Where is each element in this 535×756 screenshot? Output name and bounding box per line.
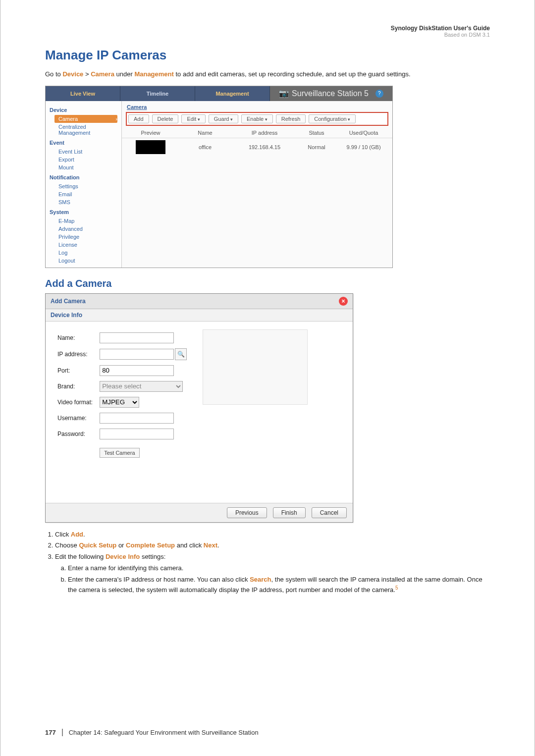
intro-paragraph: Go to Device > Camera under Management t… (45, 69, 490, 79)
add-camera-dialog: Add Camera × Device Info Name: IP addres… (45, 293, 353, 523)
enable-button[interactable]: Enable (241, 114, 273, 123)
label-username: Username: (54, 411, 96, 426)
sidebar-item-privilege[interactable]: Privilege (50, 233, 117, 241)
add-button[interactable]: Add (128, 114, 149, 123)
dsm-version: Based on DSM 3.1 (45, 32, 490, 38)
ss-toolbar: Add Delete Edit Guard Enable Refresh Con… (126, 112, 388, 126)
col-ip: IP address (235, 130, 294, 136)
col-name: Name (175, 130, 235, 136)
page-number: 177 (45, 729, 63, 736)
substeps-list: Enter a name for identifying this camera… (55, 563, 490, 595)
ss-app-title: 📷 Surveillance Station 5 ? (270, 86, 392, 101)
kw-camera: Camera (91, 70, 114, 78)
cell-used: 9.99 / 10 (GB) (339, 144, 388, 150)
camera-preview-panel (203, 329, 308, 405)
brand-select[interactable]: Please select (100, 381, 183, 392)
tab-management[interactable]: Management (195, 86, 270, 101)
edit-button[interactable]: Edit (181, 114, 205, 123)
sidebar-item-sms[interactable]: SMS (50, 198, 117, 206)
label-video-format: Video format: (54, 395, 96, 410)
step-2: Choose Quick Setup or Complete Setup and… (55, 540, 490, 550)
document-page: Synology DiskStation User's Guide Based … (0, 0, 535, 756)
video-format-select[interactable]: MJPEG (100, 397, 139, 408)
sidebar-item-event-list[interactable]: Event List (50, 148, 117, 156)
device-info-form: Name: IP address: 🔍 Port: (54, 329, 191, 488)
label-password: Password: (54, 427, 96, 441)
camera-preview-thumb (136, 140, 165, 154)
cell-name: office (175, 144, 235, 150)
cat-notification: Notification (50, 174, 117, 180)
sidebar-item-emap[interactable]: E-Map (50, 217, 117, 225)
tab-live-view[interactable]: Live View (46, 86, 120, 101)
guard-button[interactable]: Guard (209, 114, 238, 123)
cancel-button[interactable]: Cancel (312, 507, 347, 518)
dialog-subtitle: Device Info (46, 309, 353, 322)
doc-header: Synology DiskStation User's Guide Based … (45, 25, 490, 38)
label-brand: Brand: (54, 379, 96, 394)
cell-ip: 192.168.4.15 (235, 144, 294, 150)
finish-button[interactable]: Finish (273, 507, 306, 518)
col-used: Used/Quota (339, 130, 388, 136)
kw-device: Device (62, 70, 83, 78)
label-name: Name: (54, 330, 96, 345)
help-icon[interactable]: ? (375, 90, 383, 98)
label-port: Port: (54, 363, 96, 378)
section-add-camera: Add a Camera (45, 278, 490, 289)
ss-main-title: Camera (122, 101, 392, 110)
ss-main: Camera Add Delete Edit Guard Enable Refr… (122, 101, 392, 268)
cat-device: Device (50, 107, 117, 113)
sidebar-item-centralized[interactable]: Centralized Management (50, 123, 117, 137)
name-input[interactable] (100, 332, 174, 343)
substep-b: Enter the camera's IP address or host na… (68, 575, 490, 595)
sidebar-item-log[interactable]: Log (50, 249, 117, 257)
col-preview: Preview (126, 130, 175, 136)
refresh-button[interactable]: Refresh (276, 114, 306, 123)
username-input[interactable] (100, 413, 174, 424)
camera-table-header: Preview Name IP address Status Used/Quot… (122, 128, 392, 138)
cell-status: Normal (294, 144, 339, 150)
col-status: Status (294, 130, 339, 136)
test-camera-button[interactable]: Test Camera (100, 448, 139, 458)
footnote-ref: 5 (395, 585, 398, 591)
camera-table-row[interactable]: office 192.168.4.15 Normal 9.99 / 10 (GB… (122, 138, 392, 156)
dialog-title: Add Camera (51, 298, 86, 305)
label-ip: IP address: (54, 346, 96, 362)
previous-button[interactable]: Previous (227, 507, 267, 518)
page-title: Manage IP Cameras (45, 48, 490, 63)
sidebar-item-camera[interactable]: Camera (54, 115, 117, 123)
guide-title: Synology DiskStation User's Guide (45, 25, 490, 32)
delete-button[interactable]: Delete (152, 114, 179, 123)
dialog-footer: Previous Finish Cancel (46, 503, 353, 522)
ss-header: Live View Timeline Management 📷 Surveill… (46, 86, 392, 101)
chapter-label: Chapter 14: Safeguard Your Environment w… (69, 729, 259, 736)
password-input[interactable] (100, 429, 174, 439)
configuration-button[interactable]: Configuration (309, 114, 356, 123)
substep-a: Enter a name for identifying this camera… (68, 563, 490, 573)
tab-timeline[interactable]: Timeline (120, 86, 195, 101)
sidebar-item-license[interactable]: License (50, 241, 117, 249)
steps-list: Click Add. Choose Quick Setup or Complet… (45, 530, 490, 595)
ss-sidebar: Device Camera Centralized Management Eve… (46, 101, 122, 268)
step-1: Click Add. (55, 530, 490, 540)
port-input[interactable] (100, 365, 174, 376)
cat-system: System (50, 209, 117, 215)
sidebar-item-email[interactable]: Email (50, 190, 117, 198)
kw-management: Management (134, 70, 173, 78)
sidebar-item-mount[interactable]: Mount (50, 163, 117, 171)
step-3: Edit the following Device Info settings:… (55, 552, 490, 595)
sidebar-item-export[interactable]: Export (50, 156, 117, 163)
close-icon[interactable]: × (339, 297, 348, 306)
sidebar-item-settings[interactable]: Settings (50, 182, 117, 190)
search-icon[interactable]: 🔍 (175, 348, 187, 360)
sidebar-item-logout[interactable]: Logout (50, 257, 117, 265)
sidebar-item-advanced[interactable]: Advanced (50, 225, 117, 233)
surveillance-station-window: Live View Timeline Management 📷 Surveill… (45, 86, 393, 268)
dialog-title-bar: Add Camera × (46, 294, 353, 309)
page-footer: 177 Chapter 14: Safeguard Your Environme… (45, 729, 490, 736)
camera-logo-icon: 📷 (279, 89, 289, 98)
cat-event: Event (50, 140, 117, 146)
ip-input[interactable] (100, 349, 174, 360)
